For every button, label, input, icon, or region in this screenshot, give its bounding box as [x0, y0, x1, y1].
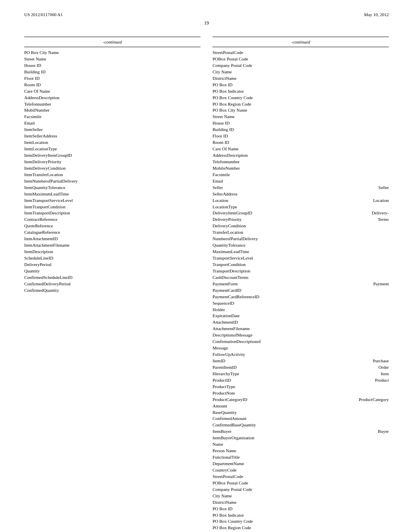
list-item: AttachmentFilename: [213, 326, 389, 332]
list-item: POBox Postal Code: [213, 56, 389, 62]
list-item: Company Postal Code: [213, 62, 389, 69]
list-item: ItemTranportCondition: [24, 204, 200, 210]
list-item: Person Name: [213, 448, 389, 454]
left-table-col: -continued PO Box City NameStreet NameHo…: [24, 34, 200, 532]
list-item: ConfirmedScheduleLineID: [24, 274, 200, 281]
list-item: CountryCode: [213, 467, 389, 474]
list-item: ConfirmedQuantity: [24, 287, 200, 294]
list-item: AddressDescription: [213, 152, 389, 159]
list-item: PO Box Region Code: [213, 525, 389, 531]
list-item: DeliveryItemGroupIDDelivery-: [213, 210, 389, 216]
page-header: US 2012/0117000 A1 May 10, 2012: [24, 12, 389, 17]
list-item: Amount: [213, 403, 389, 409]
list-item: House ID: [213, 120, 389, 127]
list-item: FollowUpActivity: [213, 351, 389, 358]
list-item: ItemMaximumLeadTime: [24, 191, 200, 197]
list-item: ItemQuantityTolerance: [24, 185, 200, 191]
header-right: May 10, 2012: [364, 12, 389, 17]
list-item: ItemBuyerOrganisation: [213, 435, 389, 441]
list-item: Care Of Name: [213, 146, 389, 152]
list-item: ItemDeliveryItemGroupID: [24, 152, 200, 159]
list-item: MobileNumber: [213, 165, 389, 172]
list-item: ContractReference: [24, 216, 200, 223]
list-item: DistrictName: [213, 499, 389, 506]
list-item: ItemIDPurchase: [213, 358, 389, 364]
list-item: ExpirationDate: [213, 313, 389, 319]
continued-tables: -continued PO Box City NameStreet NameHo…: [24, 34, 389, 532]
list-item: DescriptionofMessage: [213, 332, 389, 339]
list-item: Building ID: [213, 127, 389, 133]
list-item: ItemTransportServiceLevel: [24, 197, 200, 204]
list-item: PO Box Indicator: [213, 88, 389, 95]
list-item: Name: [213, 441, 389, 448]
list-item: PaymentCardReferenceID: [213, 294, 389, 300]
page: US 2012/0117000 A1 May 10, 2012 19 -cont…: [0, 0, 413, 532]
list-item: PO Box City Name: [213, 107, 389, 114]
list-item: DeliveryPeriod: [24, 262, 200, 268]
list-item: Telefonnumber: [24, 101, 200, 108]
list-item: ProductIDProduct: [213, 377, 389, 384]
list-item: QuantityTolerance: [213, 242, 389, 249]
list-item: ItemSellerAddress: [24, 133, 200, 139]
list-item: Building ID: [24, 69, 200, 75]
list-item: ConfirmedBaseQuantity: [213, 422, 389, 428]
list-item: ItemTransportDescription: [24, 210, 200, 216]
list-item: SellerSeller: [213, 185, 389, 191]
list-item: ItemDeliveryPriority: [24, 159, 200, 165]
list-item: Company Postal Code: [213, 486, 389, 493]
list-item: ItemSeller: [24, 127, 200, 133]
list-item: ConfirmedAmount: [213, 416, 389, 422]
list-item: MaximumLeadTime: [213, 249, 389, 255]
list-item: Telefonnumber: [213, 159, 389, 165]
list-item: ProductCategoryIDProductCategory: [213, 397, 389, 403]
list-item: DepartmentName: [213, 461, 389, 467]
list-item: ParentItemIDOrder: [213, 364, 389, 371]
list-item: DeliveryPriorityTerms: [213, 216, 389, 223]
list-item: CatalogueReference: [24, 229, 200, 236]
list-item: DistrictName: [213, 75, 389, 82]
list-item: NumberofPartialDelivery: [213, 236, 389, 242]
list-item: QuoteReference: [24, 223, 200, 229]
list-item: House ID: [24, 62, 200, 69]
list-item: TransferLocation: [213, 229, 389, 236]
list-item: PO Box ID: [213, 506, 389, 512]
list-item: ItemLocationType: [24, 146, 200, 152]
list-item: Holder: [213, 307, 389, 313]
list-item: TranportCondition: [213, 262, 389, 268]
list-item: Facsimile: [24, 114, 200, 120]
list-item: AttachmentID: [213, 319, 389, 326]
list-item: ItemAttachmentFilename: [24, 242, 200, 249]
list-item: PO Box Country Code: [213, 95, 389, 101]
list-item: Floor ID: [213, 133, 389, 139]
left-field-list: PO Box City NameStreet NameHouse IDBuild…: [24, 50, 200, 294]
list-item: Room ID: [24, 82, 200, 88]
list-item: Email: [24, 120, 200, 127]
list-item: PO Box Region Code: [213, 101, 389, 108]
list-item: Care Of Name: [24, 88, 200, 95]
list-item: ItemDescription: [24, 249, 200, 255]
list-item: LocationLocation: [213, 197, 389, 204]
list-item: SellerAddress: [213, 191, 389, 197]
list-item: ProductType: [213, 384, 389, 390]
list-item: Floor ID: [24, 75, 200, 82]
list-item: ItemNumberofPartialDelivery: [24, 178, 200, 185]
list-item: BaseQuantity: [213, 409, 389, 416]
list-item: PaymentCardID: [213, 287, 389, 294]
list-item: MobilNumber: [24, 107, 200, 114]
list-item: CashDiscountTerms: [213, 274, 389, 281]
list-item: PO Box ID: [213, 82, 389, 88]
list-item: AddressDescription: [24, 95, 200, 101]
list-item: TransportDescription: [213, 268, 389, 274]
list-item: TransportServiceLevel: [213, 255, 389, 262]
list-item: City Name: [213, 493, 389, 499]
right-table-col: -continued StreetPostalCodePOBox Postal …: [213, 34, 389, 532]
list-item: ItemAttachmentID: [24, 236, 200, 242]
list-item: Facsimile: [213, 172, 389, 178]
page-number: 19: [24, 20, 389, 26]
list-item: PO Box Country Code: [213, 518, 389, 525]
list-item: Quantity: [24, 268, 200, 274]
list-item: PaymentFormPayment: [213, 281, 389, 287]
list-item: StreetPostalCode: [213, 50, 389, 56]
list-item: HierarchyTypeItem: [213, 371, 389, 377]
list-item: City Name: [213, 69, 389, 75]
